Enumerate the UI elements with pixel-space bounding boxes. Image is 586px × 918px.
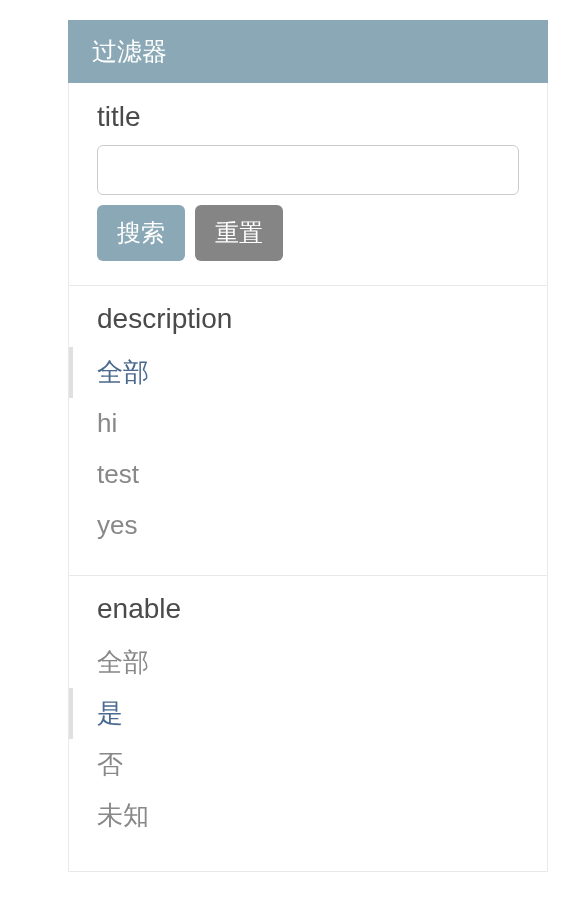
enable-section: enable 全部 是 否 未知	[68, 575, 548, 872]
enable-option[interactable]: 是	[69, 688, 547, 739]
description-section-label: description	[69, 303, 547, 347]
description-option[interactable]: hi	[69, 398, 547, 449]
enable-section-label: enable	[69, 593, 547, 637]
title-input-wrap: 搜索 重置	[69, 145, 547, 261]
description-section: description 全部 hi test yes	[68, 285, 548, 576]
search-button[interactable]: 搜索	[97, 205, 185, 261]
filter-header-title: 过滤器	[92, 37, 167, 65]
enable-option[interactable]: 全部	[69, 637, 547, 688]
reset-button[interactable]: 重置	[195, 205, 283, 261]
filter-header: 过滤器	[68, 20, 548, 83]
enable-option[interactable]: 未知	[69, 790, 547, 841]
title-section: title 搜索 重置	[68, 83, 548, 286]
title-section-label: title	[69, 101, 547, 145]
enable-option[interactable]: 否	[69, 739, 547, 790]
enable-option-list: 全部 是 否 未知	[69, 637, 547, 841]
description-option[interactable]: test	[69, 449, 547, 500]
description-option-list: 全部 hi test yes	[69, 347, 547, 551]
filter-panel: 过滤器 title 搜索 重置 description 全部 hi test y…	[68, 20, 548, 872]
title-input[interactable]	[97, 145, 519, 195]
description-option[interactable]: 全部	[69, 347, 547, 398]
description-option[interactable]: yes	[69, 500, 547, 551]
